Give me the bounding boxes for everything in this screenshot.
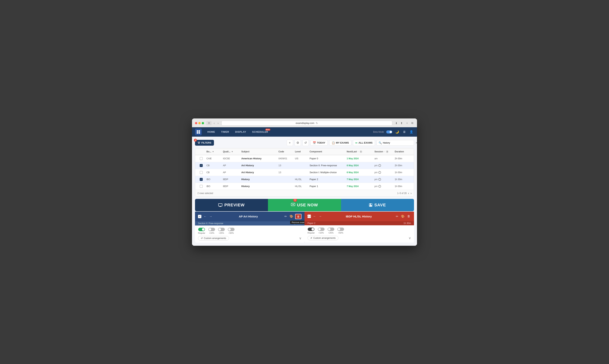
nav-timer[interactable]: TIMER bbox=[218, 129, 232, 134]
all-exams-button[interactable]: ∞ ALL EXAMS bbox=[353, 140, 375, 146]
svg-rect-3 bbox=[199, 132, 200, 134]
row1-checkbox-cell[interactable] bbox=[198, 157, 205, 160]
infinity-icon: ∞ bbox=[355, 141, 357, 144]
back-button[interactable]: ‹ bbox=[213, 121, 215, 125]
close-button[interactable] bbox=[195, 122, 197, 124]
toggle-regular-2[interactable] bbox=[308, 228, 315, 231]
search-clear-button[interactable]: ✕ bbox=[415, 141, 417, 144]
board-filter-icon[interactable]: ▼ bbox=[212, 151, 214, 153]
monitor-button[interactable]: 🖥 bbox=[402, 130, 407, 134]
row5-checkbox-cell[interactable] bbox=[198, 185, 205, 188]
row1-subject: American History bbox=[241, 157, 277, 160]
row4-subject: History bbox=[241, 178, 277, 181]
toggle-25-2[interactable] bbox=[328, 228, 334, 231]
row2-checkbox[interactable] bbox=[200, 164, 203, 167]
card2-actions: ✏ 🎨 🗑 bbox=[395, 214, 411, 219]
row5-checkbox[interactable] bbox=[200, 185, 203, 188]
download-icon[interactable]: ⬇ bbox=[395, 121, 398, 125]
card1-delete-button[interactable]: 🗑 Remove exam bbox=[295, 214, 302, 219]
search-input[interactable] bbox=[383, 141, 414, 144]
nav-right: Beta Mode 🌙 🖥 👤 bbox=[373, 129, 414, 134]
toggle-label-25-1: +25% bbox=[219, 232, 224, 234]
row2-date: 6 May 2024 bbox=[347, 164, 373, 167]
preview-button[interactable]: PREVIEW bbox=[195, 199, 268, 211]
toggle-25-1[interactable] bbox=[218, 228, 225, 231]
filter-icon bbox=[198, 142, 200, 144]
row4-checkbox-cell[interactable] bbox=[198, 178, 205, 181]
row3-checkbox-cell[interactable] bbox=[198, 171, 205, 174]
qual-filter-icon[interactable]: ▼ bbox=[231, 151, 233, 153]
row2-subject: Art History bbox=[241, 164, 277, 167]
use-now-button[interactable]: 1 USE NOW bbox=[268, 199, 341, 211]
toggle-50-2[interactable] bbox=[337, 228, 344, 231]
save-button[interactable]: SAVE bbox=[341, 199, 414, 211]
row2-checkbox-cell[interactable] bbox=[198, 164, 205, 167]
prev-page-button[interactable]: ‹ bbox=[408, 192, 409, 195]
row1-duration: 2h 00m bbox=[395, 157, 411, 160]
card2-next-button[interactable]: → bbox=[318, 214, 322, 219]
card1-palette-button[interactable]: 🎨 bbox=[289, 214, 294, 219]
svg-rect-7 bbox=[218, 204, 222, 206]
table-header: Bo... ▼ Quali... ▼ Subject Code Level Co bbox=[195, 148, 414, 155]
card2-info-bar: Paper 2 1h 30m bbox=[304, 221, 414, 225]
beta-mode-toggle[interactable] bbox=[386, 130, 392, 133]
row3-checkbox[interactable] bbox=[200, 171, 203, 174]
card1-expand-button[interactable]: ∨ bbox=[299, 236, 302, 240]
row1-checkbox[interactable] bbox=[200, 157, 203, 160]
toggle-10-2[interactable] bbox=[318, 228, 325, 231]
nav-home[interactable]: HOME bbox=[205, 129, 218, 134]
card1-prev-button[interactable]: ← bbox=[203, 214, 207, 219]
col-session: Session ↑ 2 bbox=[374, 150, 393, 153]
row3-duration: 1h 00m bbox=[395, 171, 411, 174]
card2-checkbox[interactable]: ✓ bbox=[307, 215, 311, 218]
window-layout-button[interactable]: ⊡ bbox=[206, 121, 212, 125]
add-button[interactable]: + bbox=[287, 140, 293, 146]
user-button[interactable]: 👤 bbox=[409, 129, 414, 134]
toggle-regular-1[interactable] bbox=[198, 228, 205, 231]
row5-date: 7 May 2024 bbox=[347, 185, 373, 188]
traffic-lights bbox=[195, 122, 204, 124]
row3-qualification: AP bbox=[223, 171, 240, 174]
col-qualification: Quali... ▼ bbox=[223, 150, 240, 153]
session-sort-icon[interactable]: ↑ bbox=[384, 151, 385, 153]
search-icon: 🔍 bbox=[379, 141, 382, 144]
share-icon[interactable]: ⬆ bbox=[400, 121, 403, 125]
card1-next-button[interactable]: → bbox=[209, 214, 213, 219]
nextlast-sort-icon[interactable]: ↑ bbox=[357, 151, 358, 153]
row4-session: pm bbox=[374, 178, 393, 181]
address-bar[interactable]: examdisplay.com ↻ bbox=[221, 121, 392, 126]
card1-checkbox[interactable] bbox=[198, 215, 201, 218]
forward-button[interactable]: › bbox=[217, 121, 219, 125]
nav-scheduler[interactable]: SCHEDULER Beta bbox=[250, 129, 271, 134]
card2-edit-button[interactable]: ✏ bbox=[395, 214, 399, 219]
card1-header: ← → AP Art History ✏ 🎨 🗑 Remove exam bbox=[195, 212, 304, 221]
card2-custom-arrangements-button[interactable]: ↺ Custom arrangements bbox=[307, 236, 338, 240]
card1-edit-button[interactable]: ✏ bbox=[284, 214, 288, 219]
card2-palette-button[interactable]: 🎨 bbox=[400, 214, 405, 219]
card2-delete-button[interactable]: 🗑 bbox=[407, 214, 411, 219]
toggle-50-1[interactable] bbox=[228, 228, 235, 231]
minimize-button[interactable] bbox=[198, 122, 201, 124]
my-exams-button[interactable]: 📋 MY EXAMS bbox=[329, 140, 351, 146]
row4-checkbox[interactable] bbox=[200, 178, 203, 181]
refresh-button[interactable]: ↺ bbox=[303, 140, 309, 146]
filters-button[interactable]: 2 FILTERS bbox=[195, 140, 214, 146]
maximize-button[interactable] bbox=[202, 122, 204, 124]
tabs-icon[interactable]: ⧉ bbox=[411, 121, 414, 125]
table-row: CAIE IGCSE American History 0409/01 US P… bbox=[195, 155, 414, 162]
toggle-10-1[interactable] bbox=[208, 228, 215, 231]
next-page-button[interactable]: › bbox=[411, 192, 411, 195]
dark-mode-button[interactable]: 🌙 bbox=[395, 129, 400, 134]
time-option-10-2: +10% bbox=[318, 228, 325, 234]
nav-display[interactable]: DISPLAY bbox=[233, 129, 249, 134]
row4-board: IBO bbox=[206, 178, 221, 181]
reload-icon[interactable]: ↻ bbox=[316, 122, 318, 125]
row2-board: CB bbox=[206, 164, 221, 167]
card2-prev-button[interactable]: ← bbox=[312, 214, 317, 219]
new-tab-icon[interactable]: ＋ bbox=[405, 121, 409, 125]
today-button[interactable]: 📅 TODAY bbox=[310, 140, 328, 146]
card1-custom-arrangements-button[interactable]: ↺ Custom arrangements bbox=[198, 236, 229, 240]
settings-button[interactable]: ⚙ bbox=[294, 140, 301, 146]
card2-expand-button[interactable]: ∨ bbox=[409, 236, 411, 240]
row3-session-text: pm bbox=[374, 171, 378, 174]
